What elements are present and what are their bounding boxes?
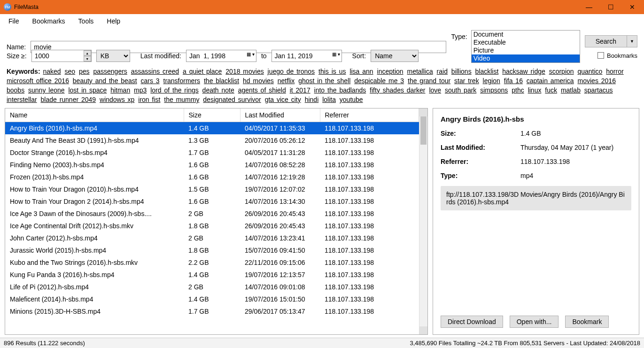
keyword-link[interactable]: simpsons	[480, 85, 508, 95]
keyword-link[interactable]: lord of the rings	[150, 85, 199, 95]
table-row[interactable]: Angry Birds (2016).h-sbs.mp41.4 GB04/05/…	[5, 122, 419, 135]
table-row[interactable]: Finding Nemo (2003).h-sbs.mp41.6 GB14/07…	[5, 159, 419, 171]
keyword-link[interactable]: captain america	[527, 76, 574, 85]
table-row[interactable]: John Carter (2012).h-sbs.mp42 GB14/07/20…	[5, 232, 419, 244]
type-option[interactable]: Video	[472, 54, 580, 62]
keyword-link[interactable]: south park	[445, 85, 476, 95]
keyword-link[interactable]: lolita	[322, 95, 336, 104]
keyword-link[interactable]: spartacus	[584, 85, 613, 95]
direct-download-button[interactable]: Direct Download	[441, 316, 503, 328]
keyword-link[interactable]: fifa 16	[504, 76, 523, 85]
menu-bookmarks[interactable]: Bookmarks	[31, 16, 67, 26]
type-list[interactable]: DocumentExecutablePictureVideo	[471, 30, 580, 63]
keyword-link[interactable]: it 2017	[290, 85, 310, 95]
keyword-link[interactable]: metallica	[407, 67, 433, 76]
keyword-link[interactable]: juego de tronos	[268, 67, 315, 76]
keyword-link[interactable]: passengers	[93, 67, 127, 76]
keyword-link[interactable]: lost in space	[68, 85, 107, 95]
table-scrollbar[interactable]	[419, 108, 427, 334]
keyword-link[interactable]: this is us	[318, 67, 346, 76]
details-url[interactable]: ftp://118.107.133.198/3D Movies/Angry Bi…	[441, 186, 631, 210]
keyword-link[interactable]: linux	[528, 85, 542, 95]
keyword-link[interactable]: microsoft office 2016	[7, 76, 69, 85]
bookmarks-checkbox[interactable]	[597, 52, 604, 59]
date-to-input[interactable]	[272, 50, 342, 62]
size-input[interactable]	[31, 50, 92, 62]
table-row[interactable]: Beauty And The Beast 3D (1991).h-sbs.mp4…	[5, 134, 419, 147]
keyword-link[interactable]: netflix	[278, 76, 295, 85]
calendar-icon[interactable]: ▦ ▾	[332, 52, 340, 57]
keyword-link[interactable]: the grand tour	[408, 76, 450, 85]
table-row[interactable]: Doctor Strange (2016).h-sbs.mp41.7 GB04/…	[5, 147, 419, 159]
keyword-link[interactable]: horror	[606, 67, 623, 76]
bookmark-button[interactable]: Bookmark	[565, 316, 609, 328]
keyword-link[interactable]: the mummy	[164, 95, 199, 104]
table-row[interactable]: Kung Fu Panda 3 (2016).h-sbs.mp41.4 GB19…	[5, 269, 419, 281]
keyword-link[interactable]: a quiet place	[183, 67, 222, 76]
keyword-link[interactable]: fuck	[545, 85, 557, 95]
open-with-button[interactable]: Open with...	[510, 316, 559, 328]
keyword-link[interactable]: 2018 movies	[225, 67, 264, 76]
keyword-link[interactable]: inception	[377, 67, 403, 76]
keyword-link[interactable]: gta vice city	[265, 95, 301, 104]
menu-help[interactable]: Help	[105, 16, 122, 26]
menu-tools[interactable]: Tools	[77, 16, 96, 26]
keyword-link[interactable]: transformers	[163, 76, 201, 85]
table-row[interactable]: How to Train Your Dragon (2010).h-sbs.mp…	[5, 183, 419, 195]
keyword-link[interactable]: youtube	[340, 95, 363, 104]
keyword-link[interactable]: designated survivor	[203, 95, 261, 104]
keyword-link[interactable]: quantico	[577, 67, 602, 76]
keyword-link[interactable]: beauty and the beast	[73, 76, 137, 85]
keyword-link[interactable]: hacksaw ridge	[502, 67, 545, 76]
search-dropdown-button[interactable]: ▼	[627, 35, 637, 47]
keyword-link[interactable]: scorpion	[549, 67, 574, 76]
bookmarks-checkbox-row[interactable]: Bookmarks	[597, 52, 637, 59]
keyword-link[interactable]: assassins creed	[131, 67, 179, 76]
keyword-link[interactable]: windows xp	[100, 95, 134, 104]
col-referrer[interactable]: Referrer	[320, 108, 419, 122]
type-option[interactable]: Executable	[472, 39, 580, 46]
keyword-link[interactable]: iron fist	[138, 95, 160, 104]
table-row[interactable]: Frozen (2013).h-sbs.mp41.6 GB14/07/2016 …	[5, 171, 419, 183]
keyword-link[interactable]: hindi	[305, 95, 319, 104]
keyword-link[interactable]: pes	[79, 67, 90, 76]
keyword-link[interactable]: star trek	[454, 76, 479, 85]
keyword-link[interactable]: seo	[65, 67, 76, 76]
keyword-link[interactable]: legion	[483, 76, 500, 85]
keyword-link[interactable]: naked	[43, 67, 61, 76]
keyword-link[interactable]: fifty shades darker	[370, 85, 425, 95]
minimize-button[interactable]: —	[578, 0, 600, 14]
keyword-link[interactable]: agents of shield	[238, 85, 286, 95]
sort-combo[interactable]: Name	[371, 50, 419, 62]
col-modified[interactable]: Last Modified	[240, 108, 320, 122]
table-row[interactable]: Ice Age 3 Dawn of the Dinosaurs (2009).h…	[5, 208, 419, 220]
keyword-link[interactable]: despicable me 3	[354, 76, 404, 85]
keyword-link[interactable]: lisa ann	[349, 67, 373, 76]
keyword-link[interactable]: interstellar	[7, 95, 37, 104]
table-row[interactable]: Jurassic World (2015).h-sbs.mp41.8 GB15/…	[5, 244, 419, 256]
keyword-link[interactable]: hitman	[110, 85, 130, 95]
keyword-link[interactable]: blacklist	[475, 67, 499, 76]
date-from-input[interactable]	[186, 50, 256, 62]
keyword-link[interactable]: death note	[202, 85, 234, 95]
table-row[interactable]: Maleficent (2014).h-sbs.mp41.4 GB19/07/2…	[5, 293, 419, 305]
keyword-link[interactable]: boobs	[7, 85, 24, 95]
keyword-link[interactable]: cars 3	[140, 76, 159, 85]
close-button[interactable]: ✕	[621, 0, 643, 14]
col-size[interactable]: Size	[184, 108, 240, 122]
keyword-link[interactable]: pthc	[512, 85, 524, 95]
keyword-link[interactable]: ghost in the shell	[298, 76, 350, 85]
search-button[interactable]: Search	[585, 35, 627, 47]
keyword-link[interactable]: movies 2016	[578, 76, 616, 85]
table-row[interactable]: Life of Pi (2012).h-sbs.mp42 GB14/07/201…	[5, 281, 419, 293]
menu-file[interactable]: File	[7, 16, 21, 26]
keyword-link[interactable]: into the badlands	[314, 85, 366, 95]
type-option[interactable]: Picture	[472, 46, 580, 54]
keyword-link[interactable]: raid	[437, 67, 448, 76]
table-row[interactable]: Kubo and the Two Strings (2016).h-sbs.mk…	[5, 256, 419, 269]
table-row[interactable]: Minions (2015).3D-H-SBS.mp41.7 GB29/06/2…	[5, 305, 419, 317]
table-row[interactable]: Ice Age Continental Drift (2012).h-sbs.m…	[5, 220, 419, 232]
calendar-icon[interactable]: ▦ ▾	[247, 52, 255, 57]
keyword-link[interactable]: sunny leone	[28, 85, 65, 95]
keyword-link[interactable]: blade runner 2049	[40, 95, 96, 104]
